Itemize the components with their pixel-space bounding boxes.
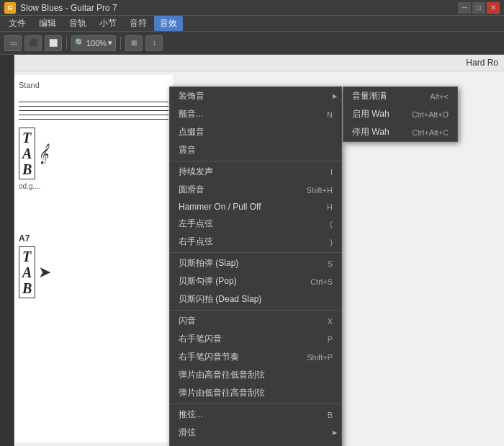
- menu-flicker[interactable]: 闪音 X: [170, 312, 341, 330]
- menu-track[interactable]: 音轨: [63, 16, 92, 31]
- divider-2: [170, 252, 341, 253]
- notation-glyph: 𝄞: [38, 144, 48, 164]
- menu-sustain[interactable]: 持续发声 I: [170, 163, 341, 181]
- score-header-label: Hard Ro: [466, 58, 498, 68]
- menu-right-tap[interactable]: 右手点弦 ): [170, 233, 341, 251]
- menu-round-tremolo[interactable]: 圆滑音 Shift+H: [170, 181, 341, 199]
- close-button[interactable]: ✕: [487, 2, 500, 14]
- menu-trill[interactable]: 震音: [170, 141, 341, 159]
- title-bar: G Slow Blues - Guitar Pro 7 ─ □ ✕: [0, 0, 504, 16]
- toolbar-btn-2[interactable]: ⬛: [24, 35, 42, 51]
- tab-label-box-2: TAB: [19, 246, 35, 298]
- menu-decoration[interactable]: 装饰音: [170, 87, 341, 105]
- submenu-disable-wah[interactable]: 停用 Wah Ctrl+Alt+C: [343, 123, 457, 141]
- tab-arrow: ➤: [38, 263, 51, 282]
- zoom-control[interactable]: 🔍 100% ▾: [71, 35, 116, 51]
- left-sidebar: [0, 55, 14, 446]
- zoom-level: 🔍: [75, 38, 85, 48]
- grid-btn[interactable]: ⊞: [125, 35, 143, 51]
- toolbar-btn-1[interactable]: ▭: [4, 35, 22, 51]
- menu-right-flicker-rhythm[interactable]: 右手笔闪音节奏 Shift+P: [170, 348, 341, 366]
- divider-4: [170, 403, 341, 404]
- arrow-btn[interactable]: ↕: [145, 35, 163, 51]
- notation-label: Stand: [14, 75, 173, 95]
- tab-block-2: TAB ➤: [19, 246, 173, 298]
- staff-line: [19, 110, 168, 111]
- menu-low-to-high[interactable]: 弹片由低音往高音刮弦: [170, 384, 341, 402]
- menu-note[interactable]: 音符: [124, 16, 153, 31]
- score-header: Hard Ro: [14, 55, 504, 71]
- toolbar-btn-3[interactable]: ⬜: [45, 35, 62, 51]
- menu-whammy[interactable]: 摇哼... Shift+W: [170, 442, 341, 446]
- notation-text: od.g....: [19, 182, 168, 190]
- content-area: Hard Ro Stand TAB 𝄞: [0, 55, 504, 446]
- menu-high-to-low[interactable]: 弹片由高音往低音刮弦: [170, 366, 341, 384]
- submenu-vol-swell[interactable]: 音量渐满 Alt+<: [343, 87, 457, 105]
- staff-line: [19, 102, 168, 102]
- menu-hammer[interactable]: Hammer On / Pull Off H: [170, 199, 341, 215]
- maximize-button[interactable]: □: [472, 2, 485, 14]
- staff-line: [19, 115, 168, 115]
- menu-slide[interactable]: 推弦... B: [170, 406, 341, 424]
- zoom-value: 100%: [86, 39, 107, 48]
- tab-label: TAB: [22, 130, 32, 177]
- app-icon: G: [4, 2, 16, 14]
- menu-glide[interactable]: 滑弦: [170, 424, 341, 442]
- tab-block: TAB 𝄞: [19, 128, 173, 179]
- menu-vibrato[interactable]: 点缀音: [170, 123, 341, 141]
- chord-label: A7: [19, 233, 168, 244]
- submenu-decoration[interactable]: 音量渐满 Alt+< 启用 Wah Ctrl+Alt+O 停用 Wah Ctrl…: [343, 86, 458, 142]
- staff-line: [19, 106, 168, 107]
- toolbar: ▭ ⬛ ⬜ 🔍 100% ▾ ⊞ ↕: [0, 32, 504, 55]
- toolbar-separator-1: [66, 37, 67, 50]
- tab-label-box: TAB: [19, 128, 35, 179]
- minimize-button[interactable]: ─: [458, 2, 471, 14]
- menu-edit[interactable]: 编辑: [33, 16, 62, 31]
- divider-3: [170, 310, 341, 311]
- menu-bar: 文件 编辑 音轨 小节 音符 音效: [0, 16, 504, 32]
- menu-tremolo[interactable]: 颤音... N: [170, 105, 341, 123]
- window-title: Slow Blues - Guitar Pro 7: [20, 3, 117, 13]
- submenu-enable-wah[interactable]: 启用 Wah Ctrl+Alt+O: [343, 105, 457, 123]
- staff-line: [19, 119, 168, 120]
- menu-dead-slap[interactable]: 贝斯闪拍 (Dead Slap): [170, 290, 341, 308]
- effect-menu[interactable]: 装饰音 颤音... N 点缀音 震音 持续发声 I 圆滑音 Shift+H: [169, 86, 342, 446]
- score-sheet: Stand TAB 𝄞 od.g.... A7: [14, 75, 173, 442]
- tab-label-2: TAB: [22, 249, 32, 296]
- menu-right-flicker[interactable]: 右手笔闪音 P: [170, 330, 341, 348]
- menu-bar-item[interactable]: 小节: [94, 16, 122, 31]
- menu-effect[interactable]: 音效: [154, 16, 183, 31]
- window-controls: ─ □ ✕: [458, 2, 500, 14]
- zoom-icon: ▾: [108, 38, 112, 48]
- staff-lines-1: [19, 99, 168, 120]
- menu-left-tap[interactable]: 左手点弦 (: [170, 215, 341, 233]
- menu-bass-pop[interactable]: 贝斯勾弹 (Pop) Ctrl+S: [170, 272, 341, 290]
- toolbar-separator-2: [120, 37, 121, 50]
- menu-file[interactable]: 文件: [3, 16, 32, 31]
- menu-bass-slap[interactable]: 贝斯拍弹 (Slap) S: [170, 254, 341, 272]
- divider-1: [170, 161, 341, 161]
